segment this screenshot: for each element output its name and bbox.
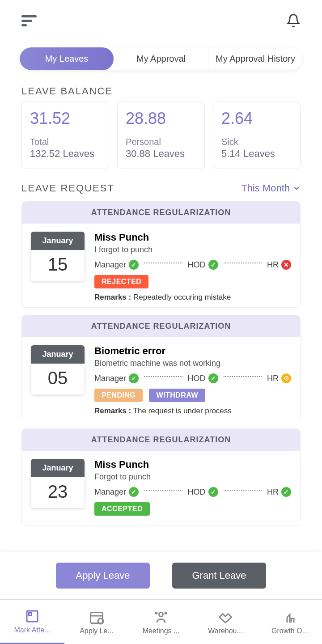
check-icon: ✓ <box>281 487 291 497</box>
check-icon: ✓ <box>129 487 139 497</box>
nav-label: Growth O... <box>271 627 308 635</box>
menu-icon[interactable] <box>21 15 37 28</box>
chain-manager: Manager <box>94 487 126 497</box>
handshake-icon <box>217 609 233 625</box>
cross-icon: ✕ <box>281 260 291 270</box>
bell-icon[interactable] <box>286 13 301 30</box>
tab-my-leaves[interactable]: My Leaves <box>20 47 114 70</box>
status-badge-accepted: ACCEPTED <box>94 502 150 516</box>
card-title: Miss Punch <box>94 232 291 243</box>
remarks: Remarks : The request is under process <box>94 407 291 415</box>
nav-mark-attendance[interactable]: Mark Atte... <box>0 600 64 644</box>
approval-chain: Manager ✓ HOD ✓ HR ⚙ <box>94 373 291 383</box>
nav-apply-leave[interactable]: Apply Le... <box>64 600 129 644</box>
tabs: My Leaves My Approval My Approval Histor… <box>20 47 302 70</box>
svg-point-5 <box>159 612 163 616</box>
balance-label: Personal <box>126 137 196 147</box>
approval-chain: Manager ✓ HOD ✓ HR ✕ <box>94 260 291 270</box>
tab-my-approval[interactable]: My Approval <box>114 47 208 70</box>
card-subtitle: I forgot to punch <box>94 245 291 254</box>
card-title: Miss Punch <box>94 459 291 470</box>
nav-growth[interactable]: Growth O... <box>258 600 322 644</box>
calendar-icon <box>89 609 105 625</box>
nav-meetings[interactable]: Meetings ... <box>129 600 193 644</box>
leave-card: ATTENDANCE REGULARIZATION January 15 Mis… <box>21 201 301 308</box>
date-month: January <box>31 232 85 250</box>
chain-manager: Manager <box>94 260 126 270</box>
card-subtitle: Forgot to punch <box>94 472 291 482</box>
status-badge-pending: PENDING <box>94 389 143 402</box>
date-box: January 15 <box>31 232 85 281</box>
balance-sub: 5.14 Leaves <box>221 148 292 160</box>
bottom-nav: Mark Atte... Apply Le... Meetings ... Wa… <box>0 599 322 644</box>
remarks: Remarks : Repeatedly occuring mistake <box>94 293 291 302</box>
chain-hr: HR <box>267 260 279 270</box>
svg-point-7 <box>165 612 166 614</box>
balance-card-sick: 2.64 Sick 5.14 Leaves <box>213 102 301 169</box>
chain-hr: HR <box>267 487 279 497</box>
check-icon: ✓ <box>129 260 139 270</box>
date-day: 23 <box>31 477 85 508</box>
card-head: ATTENDANCE REGULARIZATION <box>22 202 300 224</box>
balance-label: Total <box>30 137 101 147</box>
card-head: ATTENDANCE REGULARIZATION <box>22 315 300 337</box>
date-month: January <box>31 345 85 364</box>
svg-rect-2 <box>91 612 103 623</box>
check-icon: ✓ <box>208 487 218 497</box>
status-badge-rejected: REJECTED <box>94 275 148 288</box>
chain-manager: Manager <box>94 374 126 383</box>
date-day: 05 <box>31 364 85 394</box>
request-title: LEAVE REQUEST <box>21 182 114 194</box>
chevron-down-icon <box>292 184 301 192</box>
chain-hr: HR <box>267 374 279 383</box>
balance-value: 31.52 <box>30 109 101 128</box>
nav-label: Apply Le... <box>80 627 114 635</box>
month-filter-label: This Month <box>241 182 290 194</box>
balance-sub: 132.52 Leaves <box>30 148 101 160</box>
grant-leave-button[interactable]: Grant Leave <box>172 563 266 589</box>
withdraw-button[interactable]: WITHDRAW <box>149 389 205 402</box>
nav-label: Warehou... <box>208 627 243 635</box>
chain-hod: HOD <box>188 487 206 497</box>
check-icon: ✓ <box>208 260 218 270</box>
balance-label: Sick <box>221 137 292 147</box>
leave-card: ATTENDANCE REGULARIZATION January 05 Bio… <box>21 315 301 421</box>
balance-card-personal: 28.88 Personal 30.88 Leaves <box>117 102 205 169</box>
balance-card-total: 31.52 Total 132.52 Leaves <box>21 102 109 169</box>
apply-leave-button[interactable]: Apply Leave <box>56 563 150 589</box>
balance-title: LEAVE BALANCE <box>21 85 301 97</box>
check-icon: ✓ <box>208 373 218 383</box>
nav-warehouse[interactable]: Warehou... <box>193 600 258 644</box>
svg-point-6 <box>156 612 157 614</box>
month-filter[interactable]: This Month <box>241 182 301 194</box>
action-bar: Apply Leave Grant Leave <box>0 552 322 599</box>
card-title: Biometric error <box>94 345 291 357</box>
date-box: January 05 <box>31 345 85 394</box>
chain-hod: HOD <box>188 374 206 383</box>
balance-value: 2.64 <box>221 109 292 128</box>
growth-icon <box>282 609 298 625</box>
pending-icon: ⚙ <box>281 373 291 383</box>
balance-sub: 30.88 Leaves <box>126 148 196 160</box>
date-month: January <box>31 459 85 477</box>
chain-hod: HOD <box>188 260 206 270</box>
nav-label: Mark Atte... <box>14 626 51 634</box>
svg-rect-1 <box>29 613 32 616</box>
team-icon <box>153 609 169 625</box>
approval-chain: Manager ✓ HOD ✓ HR ✓ <box>94 487 291 497</box>
tab-my-approval-history[interactable]: My Approval History <box>208 47 302 70</box>
balance-value: 28.88 <box>126 109 196 128</box>
leave-card: ATTENDANCE REGULARIZATION January 23 Mis… <box>21 428 301 526</box>
nav-label: Meetings ... <box>143 627 180 635</box>
date-day: 15 <box>31 250 85 281</box>
check-icon: ✓ <box>129 373 139 383</box>
attendance-icon <box>24 608 40 624</box>
card-head: ATTENDANCE REGULARIZATION <box>22 429 300 451</box>
card-subtitle: Biometric machine was not working <box>94 359 291 368</box>
date-box: January 23 <box>31 459 85 508</box>
